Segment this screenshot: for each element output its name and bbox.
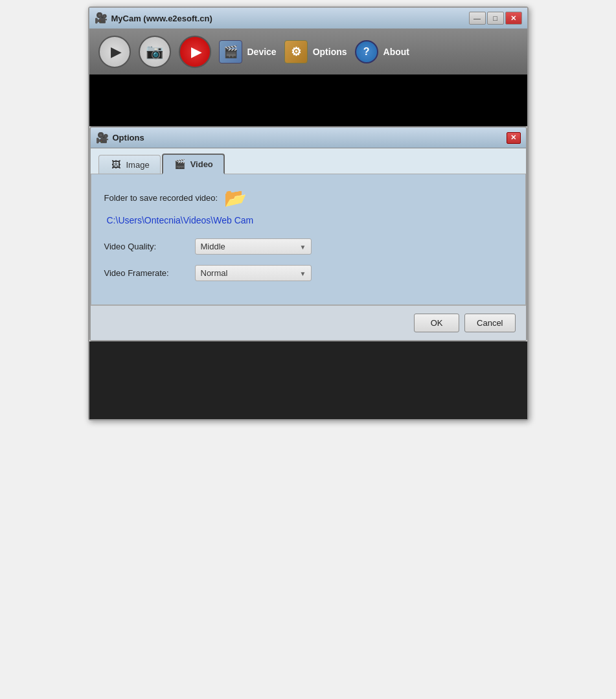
record-icon: ▶	[179, 36, 211, 68]
device-label: Device	[247, 47, 277, 57]
window-title: MyCam (www.e2esoft.cn)	[111, 14, 212, 23]
play-icon: ▶	[98, 36, 131, 68]
title-bar: 🎥 MyCam (www.e2esoft.cn) — □ ✕	[89, 8, 527, 29]
dialog-body: Folder to save recorded video: 📂 C:\User…	[91, 174, 526, 305]
video-tab-label: Video	[190, 159, 213, 169]
device-icon: 🎬	[223, 45, 238, 59]
play-button[interactable]: ▶	[98, 36, 131, 68]
video-tab-icon: 🎬	[174, 159, 187, 169]
ok-button[interactable]: OK	[414, 314, 459, 332]
video-framerate-label: Video Framerate:	[104, 268, 195, 278]
tab-video[interactable]: 🎬 Video	[162, 154, 225, 174]
video-preview-bottom	[89, 341, 527, 419]
dialog-title-left: 🎥 Options	[96, 132, 144, 144]
dialog-title-text: Options	[113, 133, 144, 143]
tabs-row: 🖼 Image 🎬 Video	[91, 148, 526, 174]
app-icon: 🎥	[95, 12, 108, 25]
dialog-footer: OK Cancel	[91, 305, 526, 340]
about-button[interactable]: ? About	[355, 40, 409, 63]
about-icon: ?	[363, 46, 370, 58]
video-quality-select[interactable]: Low Middle High	[195, 238, 312, 255]
video-quality-select-wrapper: Low Middle High	[195, 238, 312, 255]
video-framerate-select-wrapper: Low Normal High	[195, 265, 312, 281]
toolbar: ▶ 📷 ▶ 🎬 Device ⚙ Options	[89, 29, 527, 74]
video-framerate-select[interactable]: Low Normal High	[195, 265, 312, 281]
video-quality-label: Video Quality:	[104, 242, 195, 251]
device-button[interactable]: 🎬 Device	[219, 40, 277, 63]
dialog-close-button[interactable]: ✕	[507, 132, 521, 144]
camera-button[interactable]: 📷	[139, 36, 171, 68]
dialog-title-icon: 🎥	[96, 132, 109, 144]
about-label: About	[383, 47, 409, 57]
camera-icon: 📷	[139, 36, 171, 68]
maximize-button[interactable]: □	[487, 12, 504, 25]
options-icon: ⚙	[291, 45, 301, 59]
window-controls: — □ ✕	[469, 12, 522, 25]
title-bar-left: 🎥 MyCam (www.e2esoft.cn)	[95, 12, 212, 25]
dialog-title-bar: 🎥 Options ✕	[91, 128, 526, 148]
main-window: 🎥 MyCam (www.e2esoft.cn) — □ ✕ ▶ 📷 ▶	[88, 6, 529, 420]
minimize-button[interactable]: —	[469, 12, 486, 25]
video-quality-row: Video Quality: Low Middle High	[104, 238, 512, 255]
options-button[interactable]: ⚙ Options	[284, 40, 347, 63]
folder-label: Folder to save recorded video:	[104, 193, 218, 203]
options-dialog: 🎥 Options ✕ 🖼 Image 🎬 Video Folder to sa…	[89, 126, 527, 341]
folder-browse-icon[interactable]: 📂	[224, 187, 247, 209]
record-button[interactable]: ▶	[179, 36, 211, 68]
video-preview-top	[89, 74, 527, 126]
image-tab-label: Image	[126, 160, 150, 170]
tab-image[interactable]: 🖼 Image	[98, 155, 161, 174]
close-button[interactable]: ✕	[505, 12, 522, 25]
image-tab-icon: 🖼	[109, 159, 122, 170]
video-framerate-row: Video Framerate: Low Normal High	[104, 265, 512, 281]
folder-path[interactable]: C:\Users\Ontecnia\Videos\Web Cam	[107, 215, 512, 225]
cancel-button[interactable]: Cancel	[464, 314, 515, 332]
options-label: Options	[313, 47, 347, 57]
folder-row: Folder to save recorded video: 📂	[104, 187, 512, 209]
